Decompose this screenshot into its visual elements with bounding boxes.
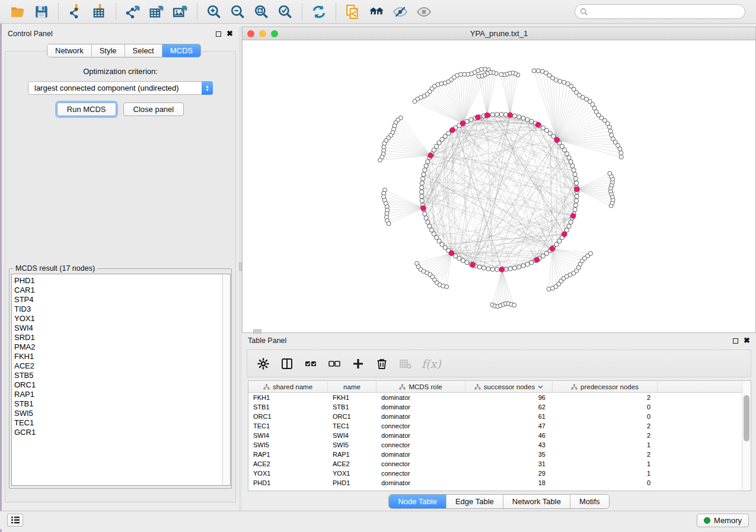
graph-leaf-node[interactable] xyxy=(608,129,613,133)
horizontal-splitter-grip[interactable] xyxy=(253,329,261,334)
graph-node[interactable] xyxy=(420,194,424,198)
table-row[interactable]: STB1STB1dominator620 xyxy=(248,402,742,412)
table-row[interactable]: RAP1RAP1dominator352 xyxy=(248,450,742,459)
mcds-list-scrollbar[interactable] xyxy=(222,274,230,485)
graph-node[interactable] xyxy=(567,224,571,228)
search-box[interactable] xyxy=(575,4,745,19)
graph-node[interactable] xyxy=(573,177,578,181)
graph-node[interactable] xyxy=(481,266,486,270)
cell-MCDS-role[interactable]: connector xyxy=(377,459,465,469)
graph-node[interactable] xyxy=(495,112,499,116)
cell-shared-name[interactable]: PHD1 xyxy=(248,478,328,488)
graph-leaf-node[interactable] xyxy=(477,74,481,78)
zoom-in-icon[interactable] xyxy=(204,3,224,21)
cell-predecessor-nodes[interactable]: 0 xyxy=(553,412,658,421)
show-all-icon[interactable] xyxy=(414,3,434,21)
graph-node[interactable] xyxy=(564,228,569,232)
graph-node[interactable] xyxy=(521,264,525,268)
network-canvas[interactable] xyxy=(243,40,755,332)
refresh-layout-icon[interactable] xyxy=(309,3,329,21)
graph-node[interactable] xyxy=(508,267,512,271)
open-file-icon[interactable] xyxy=(8,3,28,21)
graph-node[interactable] xyxy=(573,172,577,177)
graph-leaf-node[interactable] xyxy=(562,80,566,84)
graph-leaf-node[interactable] xyxy=(378,158,382,162)
tab-network[interactable]: Network xyxy=(47,44,91,57)
graph-node[interactable] xyxy=(521,116,525,120)
graph-node[interactable] xyxy=(420,181,424,185)
cell-shared-name[interactable]: TEC1 xyxy=(248,421,328,431)
graph-node[interactable] xyxy=(424,216,428,220)
cell-name[interactable]: PHD1 xyxy=(328,478,377,488)
graph-node[interactable] xyxy=(567,156,571,160)
graph-mcds-node[interactable] xyxy=(421,206,426,211)
graph-leaf-node[interactable] xyxy=(536,69,540,73)
graph-mcds-node[interactable] xyxy=(575,187,580,192)
cell-successor-nodes[interactable]: 35 xyxy=(465,450,553,459)
mcds-result-item[interactable]: ACE2 xyxy=(14,361,222,371)
mcds-result-item[interactable]: STB5 xyxy=(14,371,222,380)
mcds-result-item[interactable]: STB1 xyxy=(14,399,222,409)
graph-node[interactable] xyxy=(512,266,516,270)
delete-column-icon[interactable] xyxy=(374,356,390,371)
settings-gear-icon[interactable] xyxy=(256,356,271,371)
memory-button[interactable]: Memory xyxy=(697,514,749,527)
graph-mcds-node[interactable] xyxy=(535,122,541,127)
table-row[interactable]: SWI5SWI5connector431 xyxy=(248,440,742,450)
graph-leaf-node[interactable] xyxy=(589,251,593,255)
create-column-icon[interactable] xyxy=(350,356,366,371)
mcds-result-item[interactable]: PMA2 xyxy=(14,342,222,352)
cell-predecessor-nodes[interactable]: 0 xyxy=(553,402,658,412)
cell-MCDS-role[interactable]: connector xyxy=(377,469,465,478)
table-row[interactable]: TEC1TEC1connector472 xyxy=(248,421,742,431)
cell-successor-nodes[interactable]: 46 xyxy=(465,431,553,440)
export-network-icon[interactable] xyxy=(123,3,143,21)
graph-node[interactable] xyxy=(426,159,430,164)
mcds-result-item[interactable]: CAR1 xyxy=(14,286,222,295)
graph-node[interactable] xyxy=(486,267,490,271)
tab-style[interactable]: Style xyxy=(91,44,125,57)
mcds-result-item[interactable]: RAP1 xyxy=(14,390,222,399)
graph-node[interactable] xyxy=(499,112,503,116)
graph-node[interactable] xyxy=(495,267,499,271)
graph-node[interactable] xyxy=(564,152,569,156)
graph-node[interactable] xyxy=(490,267,495,271)
save-session-icon[interactable] xyxy=(31,3,52,21)
graph-node[interactable] xyxy=(573,203,578,207)
export-table-icon[interactable] xyxy=(146,3,167,21)
cell-name[interactable]: SWI4 xyxy=(328,431,377,440)
mcds-result-item[interactable]: TID3 xyxy=(14,305,222,314)
cell-successor-nodes[interactable]: 96 xyxy=(465,393,553,402)
task-history-button[interactable] xyxy=(7,514,23,527)
duplicate-network-icon[interactable] xyxy=(343,3,363,21)
graph-node[interactable] xyxy=(428,224,432,228)
tab-motifs[interactable]: Motifs xyxy=(570,495,609,508)
graph-leaf-node[interactable] xyxy=(532,69,536,73)
tab-node-table[interactable]: Node Table xyxy=(389,495,446,508)
cell-successor-nodes[interactable]: 62 xyxy=(465,402,553,412)
deselect-all-icon[interactable] xyxy=(327,356,342,371)
column-header-successor-nodes[interactable]: successor nodes xyxy=(465,381,553,392)
graph-node[interactable] xyxy=(423,211,427,216)
graph-node[interactable] xyxy=(525,117,529,121)
import-network-icon[interactable] xyxy=(65,3,85,21)
graph-leaf-node[interactable] xyxy=(558,79,562,84)
graph-node[interactable] xyxy=(461,258,465,262)
graph-leaf-node[interactable] xyxy=(512,303,516,307)
cell-MCDS-role[interactable]: dominator xyxy=(377,450,465,459)
graph-node[interactable] xyxy=(419,190,423,194)
graph-leaf-node[interactable] xyxy=(619,151,623,155)
cell-predecessor-nodes[interactable]: 2 xyxy=(553,450,658,459)
cell-name[interactable]: ORC1 xyxy=(328,412,377,421)
export-image-icon[interactable] xyxy=(170,3,190,21)
cell-name[interactable]: SWI5 xyxy=(328,440,377,450)
graph-node[interactable] xyxy=(569,220,573,224)
cell-shared-name[interactable]: FKH1 xyxy=(248,393,328,402)
graph-node[interactable] xyxy=(569,159,573,164)
cell-name[interactable]: STB1 xyxy=(328,402,377,412)
graph-leaf-node[interactable] xyxy=(610,133,614,137)
cell-shared-name[interactable]: ORC1 xyxy=(248,412,328,421)
graph-mcds-node[interactable] xyxy=(534,257,540,262)
graph-node[interactable] xyxy=(575,198,579,203)
graph-node[interactable] xyxy=(517,265,521,269)
